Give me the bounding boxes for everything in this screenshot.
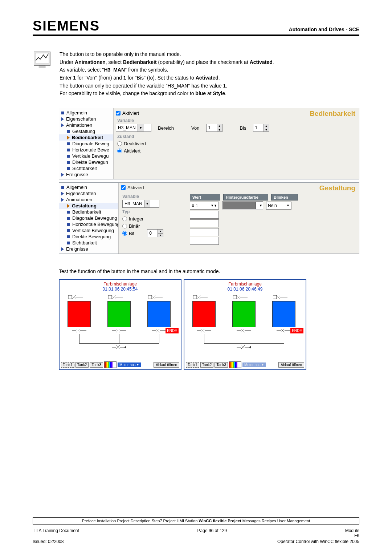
color-bars-icon[interactable] (104, 361, 117, 368)
ablauf-button[interactable]: Ablauf öffnen (154, 362, 179, 368)
radio-binar[interactable]: Binär (122, 222, 183, 230)
radio-bit[interactable]: Bit 0 ▲▼ (122, 230, 183, 237)
svg-rect-19 (273, 295, 277, 299)
tree-item-allgemein[interactable]: Allgemein (66, 185, 87, 190)
ende-button[interactable]: ENDE (166, 328, 179, 333)
bit-value: 0 (147, 231, 158, 236)
property-tree-2[interactable]: Allgemein Eigenschaften Animationen Gest… (59, 183, 119, 254)
tree-item-diagonale[interactable]: Diagonale Beweg (72, 141, 109, 146)
activated-checkbox-input-2[interactable] (121, 185, 126, 190)
chevron-down-icon[interactable]: ▼ (259, 204, 262, 207)
property-tree-1[interactable]: Allgemein Eigenschaften Animationen Gest… (59, 108, 114, 179)
bit-spinner[interactable]: 0 ▲▼ (147, 229, 163, 237)
intro-block: The button is to be operable only in the… (33, 50, 359, 98)
bis-spinner[interactable]: 1 ▲▼ (253, 124, 269, 132)
tab-tank2[interactable]: Tank2 (75, 362, 89, 368)
svg-rect-17 (233, 295, 237, 299)
blinken-cell[interactable]: Nein ▼ (266, 202, 291, 210)
variable-combo[interactable]: H3_MAN▼ (116, 124, 151, 132)
tree-item-direkte[interactable]: Direkte Bewegun (72, 159, 108, 165)
tree-item-gestaltung[interactable]: Gestaltung (72, 203, 97, 208)
spinner-up-icon[interactable]: ▲ (217, 124, 222, 128)
tree-item-allgemein[interactable]: Allgemein (66, 110, 87, 116)
tree-item-horizontale[interactable]: Horizontale Bewe (72, 147, 109, 153)
tab-tank3[interactable]: Tank3 (215, 362, 228, 368)
tree-item-sichtbarkeit[interactable]: Sichtbarkeit (72, 166, 97, 171)
tree-item-ereignisse[interactable]: Ereignisse (66, 172, 88, 177)
color-swatch (222, 202, 256, 209)
tree-item-gestaltung[interactable]: Gestaltung (72, 129, 95, 134)
radio-aktiviert[interactable]: Aktiviert (117, 147, 357, 154)
chevron-down-icon[interactable]: ▼ (138, 124, 144, 131)
spinner-up-icon[interactable]: ▲ (158, 230, 163, 234)
tank-blue (272, 301, 295, 327)
tab-tank3[interactable]: Tank3 (90, 362, 103, 368)
activated-checkbox-input[interactable] (116, 111, 121, 116)
tab-tank1[interactable]: Tank1 (186, 362, 199, 368)
tree-item-eigenschaften[interactable]: Eigenschaften (66, 116, 96, 122)
tree-item-vertikale[interactable]: Vertikale Bewegu (72, 153, 109, 159)
chevron-down-icon[interactable]: ▼▼ (211, 204, 217, 207)
spinner-down-icon[interactable]: ▼ (217, 128, 222, 132)
tank-green (232, 301, 256, 327)
col-blinken: Blinken (271, 194, 298, 200)
activated-label-2: Aktiviert (127, 185, 144, 190)
von-spinner[interactable]: 1 ▲▼ (206, 124, 222, 132)
wert-cell[interactable]: ≡ 1 ▼▼ (190, 202, 219, 210)
tree-item-vertikale[interactable]: Vertikale Bewegung (72, 228, 114, 233)
color-cell[interactable]: ▼ (222, 201, 263, 210)
motor-button-disabled: Motor aus▼ (242, 362, 266, 367)
hmi-title: Farbmischanlage (61, 281, 179, 287)
tree-item-diagonale[interactable]: Diagonale Bewegung (72, 215, 117, 221)
tree-item-horizontale[interactable]: Horizontale Bewegung (72, 222, 119, 227)
tree-item-direkte[interactable]: Direkte Bewegung (72, 234, 111, 239)
tree-item-eigenschaften[interactable]: Eigenschaften (66, 191, 96, 196)
variable-combo-value-2: H3_MAN (123, 201, 144, 206)
tab-tank1[interactable]: Tank1 (61, 362, 74, 368)
empty-cell[interactable] (190, 237, 219, 245)
tree-item-ereignisse[interactable]: Ereignisse (66, 246, 88, 252)
monitor-icon (33, 50, 52, 69)
page-header: SIEMENS Automation and Drives - SCE (33, 18, 359, 36)
spinner-down-icon[interactable]: ▼ (158, 234, 163, 237)
ablauf-button[interactable]: Ablauf öffnen (278, 362, 304, 368)
footer-doc-title: T I A Training Document (33, 528, 79, 538)
motor-button-enabled[interactable]: Motor aus▼ (118, 362, 141, 367)
siemens-logo: SIEMENS (33, 18, 100, 34)
radio-integer[interactable]: Integer (122, 215, 183, 222)
footer-navigation-box: Preface Installation Project Description… (33, 517, 359, 524)
tree-item-bedienbarkeit[interactable]: Bedienbarkeit (72, 135, 103, 140)
tab-tank2[interactable]: Tank2 (200, 362, 214, 368)
svg-rect-3 (68, 295, 72, 299)
empty-cell[interactable] (190, 211, 219, 219)
radio-deaktiviert[interactable]: Deaktiviert (117, 140, 357, 147)
hmi-manual: Farbmischanlage 01.01.06 20:45:54 E (59, 279, 181, 370)
tank-green (107, 301, 131, 327)
tree-item-sichtbarkeit[interactable]: Sichtbarkeit (72, 240, 97, 246)
empty-cell[interactable] (190, 228, 219, 236)
tree-item-animationen[interactable]: Animationen (66, 197, 92, 202)
test-note: Test the function of the button in the m… (59, 268, 359, 274)
spinner-up-icon[interactable]: ▲ (264, 124, 269, 128)
chevron-down-icon[interactable]: ▼ (144, 200, 150, 207)
properties-panel-gestaltung: Allgemein Eigenschaften Animationen Gest… (59, 182, 359, 254)
von-value: 1 (207, 125, 217, 130)
ende-button[interactable]: ENDE (290, 328, 303, 333)
spinner-down-icon[interactable]: ▼ (264, 128, 269, 132)
svg-rect-1 (35, 53, 49, 63)
zustand-group-label: Zustand (117, 134, 357, 139)
tree-item-bedienbarkeit[interactable]: Bedienbarkeit (72, 209, 101, 215)
chevron-down-icon[interactable]: ▼ (286, 204, 290, 207)
tank-red (68, 301, 91, 327)
variable-combo-2[interactable]: H3_MAN▼ (122, 200, 159, 208)
footer-issued: Issued: 02/2008 (33, 539, 64, 544)
intro-text: The button is to be operable only in the… (60, 50, 274, 98)
col-wert: Wert (190, 194, 220, 200)
von-label: Von (191, 125, 199, 131)
color-bars-icon[interactable] (229, 361, 241, 368)
tree-item-animationen[interactable]: Animationen (66, 122, 92, 128)
activated-label: Aktiviert (122, 110, 139, 116)
variable-group-label: Variable (117, 118, 357, 123)
svg-rect-15 (193, 295, 197, 299)
empty-cell[interactable] (190, 219, 219, 227)
